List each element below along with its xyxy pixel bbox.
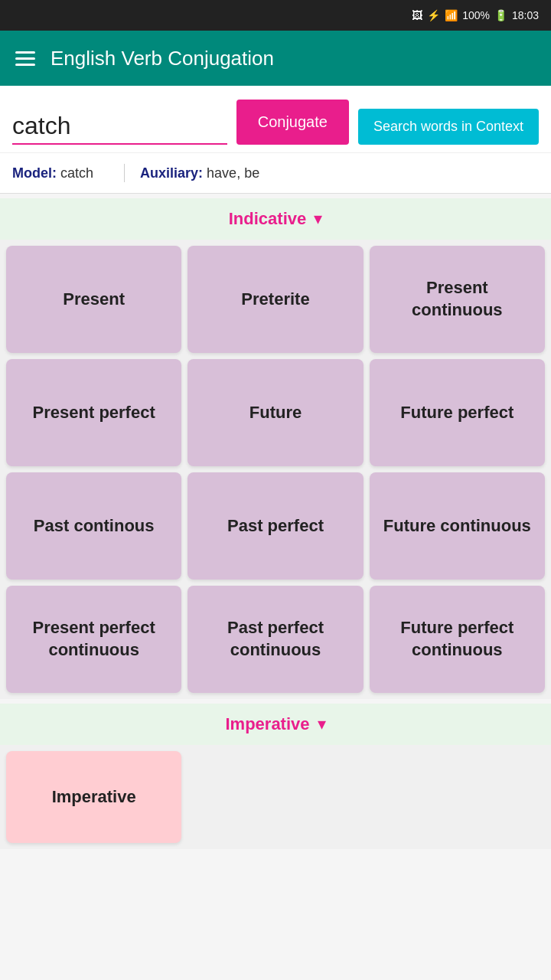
tense-cell-label-present-perfect: Present perfect: [33, 402, 155, 424]
signal-icon: 📶: [445, 9, 458, 21]
conjugate-button[interactable]: Conjugate: [236, 100, 349, 145]
battery-text: 100%: [462, 9, 490, 21]
imperative-cell-label-imperative: Imperative: [52, 787, 136, 807]
app-bar: English Verb Conjugation: [0, 31, 551, 86]
tense-cell-label-present: Present: [63, 289, 125, 311]
tense-cell-label-past-continous: Past continous: [34, 515, 155, 537]
tense-cell-label-future: Future: [249, 402, 302, 424]
tense-cell-label-present-continuous: Present continuous: [379, 277, 536, 321]
imperative-tense-grid: Imperative: [0, 745, 551, 849]
tense-cell-label-future-perfect: Future perfect: [400, 402, 514, 424]
indicative-section-header[interactable]: Indicative ▾: [0, 198, 551, 240]
tense-cell-label-past-perfect: Past perfect: [227, 515, 324, 537]
model-value: catch: [57, 165, 93, 181]
tense-cell-present-perfect-continuous[interactable]: Present perfect continuous: [6, 586, 181, 693]
tense-cell-label-present-perfect-continuous: Present perfect continuous: [15, 617, 172, 661]
search-input[interactable]: [12, 112, 227, 145]
tense-cell-present[interactable]: Present: [6, 246, 181, 353]
status-icons: 🖼 ⚡ 📶 100% 🔋 18:03: [412, 9, 539, 21]
image-icon: 🖼: [412, 9, 422, 21]
hamburger-menu-button[interactable]: [15, 51, 35, 66]
tense-cell-future-perfect-continuous[interactable]: Future perfect continuous: [370, 586, 545, 693]
indicative-label: Indicative: [229, 209, 306, 229]
tense-cell-present-perfect[interactable]: Present perfect: [6, 359, 181, 466]
auxiliary-label: Auxiliary:: [140, 165, 203, 181]
vertical-divider: [124, 164, 125, 182]
tense-cell-label-past-perfect-continuous: Past perfect continuous: [197, 617, 354, 661]
status-bar: 🖼 ⚡ 📶 100% 🔋 18:03: [0, 0, 551, 31]
tense-cell-past-perfect[interactable]: Past perfect: [187, 472, 363, 580]
imperative-chevron-icon: ▾: [318, 714, 326, 734]
tense-cell-future-perfect[interactable]: Future perfect: [370, 359, 545, 466]
imperative-label: Imperative: [225, 714, 309, 734]
tense-cell-label-future-continuous: Future continuous: [383, 515, 531, 537]
app-title: English Verb Conjugation: [51, 47, 274, 70]
model-info: Model: catch Auxiliary: have, be: [0, 153, 551, 194]
tense-cell-future[interactable]: Future: [187, 359, 363, 466]
model-label: Model:: [12, 165, 57, 181]
battery-icon: 🔋: [494, 9, 507, 21]
auxiliary-value: have, be: [203, 165, 259, 181]
imperative-section-header[interactable]: Imperative ▾: [0, 704, 551, 745]
tense-cell-preterite[interactable]: Preterite: [187, 246, 363, 353]
search-input-wrapper: [12, 112, 227, 145]
tense-cell-past-perfect-continuous[interactable]: Past perfect continuous: [187, 586, 363, 693]
imperative-cell-imperative[interactable]: Imperative: [6, 751, 181, 843]
indicative-tense-grid: PresentPreteritePresent continuousPresen…: [0, 240, 551, 699]
tense-cell-future-continuous[interactable]: Future continuous: [370, 472, 545, 580]
tense-cell-label-preterite: Preterite: [241, 289, 309, 311]
tense-cell-past-continous[interactable]: Past continous: [6, 472, 181, 580]
tense-cell-present-continuous[interactable]: Present continuous: [370, 246, 545, 353]
tense-cell-label-future-perfect-continuous: Future perfect continuous: [379, 617, 536, 661]
bolt-icon: ⚡: [427, 9, 440, 21]
time-text: 18:03: [512, 9, 539, 21]
search-words-button[interactable]: Search words in Context: [358, 109, 539, 145]
search-bar: Conjugate Search words in Context: [0, 86, 551, 153]
indicative-chevron-icon: ▾: [314, 209, 322, 229]
